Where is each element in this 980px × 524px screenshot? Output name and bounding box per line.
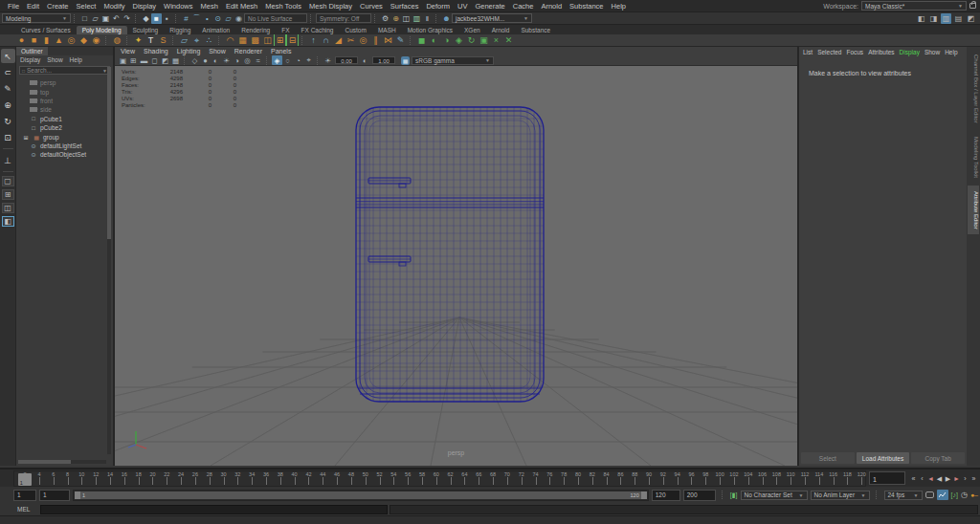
outliner-menu-help[interactable]: Help	[70, 56, 82, 63]
ae-menu-attributes[interactable]: Attributes	[868, 49, 894, 55]
layout-four-pane[interactable]: ⊞	[2, 189, 14, 200]
subdivide-icon[interactable]: ▦	[236, 34, 249, 46]
ae-menu-help[interactable]: Help	[945, 49, 957, 55]
expand-icon[interactable]: ⊞	[22, 134, 30, 141]
multi-cut-icon[interactable]: ✂	[345, 34, 357, 46]
shelf-tab-poly-modeling[interactable]: Poly Modeling	[77, 26, 127, 34]
select-hierarchy-icon[interactable]: ◆	[141, 13, 151, 24]
lattice-icon[interactable]: ◫	[261, 34, 274, 46]
color-management-icon[interactable]: ▦	[401, 56, 410, 65]
outliner-item-pCube1[interactable]: □pCube1	[16, 115, 113, 123]
shelf-tab-curves-surfaces[interactable]: Curves / Surfaces	[15, 26, 77, 34]
combine-icon[interactable]: ⊞	[274, 34, 286, 46]
extrude-icon[interactable]: ↑	[307, 34, 320, 46]
construction-history-icon[interactable]: ⚙	[380, 13, 390, 24]
play-forwards-button[interactable]: ▶	[944, 475, 952, 483]
toggle-channel-box-icon[interactable]: ▥	[941, 13, 951, 24]
time-ruler[interactable]: 2468101214161820222426283032343638404244…	[13, 470, 866, 487]
viewport-canvas[interactable]: Verts:214800Edges:429800Faces:214800Tris…	[115, 66, 797, 466]
viewport-menu-show[interactable]: Show	[209, 48, 226, 55]
step-back-key-button[interactable]: ◄	[926, 475, 935, 482]
poly-type-icon[interactable]: T	[145, 34, 157, 46]
shelf-tab-mash[interactable]: MASH	[372, 26, 402, 34]
shelf-tab-motion-graphics[interactable]: Motion Graphics	[402, 26, 458, 34]
render-settings-icon[interactable]: ▥	[412, 13, 422, 24]
select-object-icon[interactable]: ■	[151, 13, 162, 24]
ae-menu-focus[interactable]: Focus	[846, 49, 863, 55]
auto-keyframe-icon[interactable]: ●–	[970, 491, 978, 498]
animation-start-field[interactable]: 1	[13, 490, 36, 501]
lock-icon[interactable]	[969, 3, 976, 9]
poly-disc-icon[interactable]: ◉	[90, 34, 102, 46]
uv-grid-icon[interactable]: ▩	[249, 34, 261, 46]
particle-fill-icon[interactable]: ∴	[203, 34, 215, 46]
construction-plane-icon[interactable]: ▱	[178, 34, 190, 46]
range-slider-bar[interactable]: 1 120	[75, 491, 647, 499]
ae-menu-display[interactable]: Display	[900, 49, 920, 55]
poly-cylinder-icon[interactable]: ▮	[40, 34, 53, 46]
camera-locator-icon[interactable]: ⌖	[190, 34, 203, 46]
go-to-end-button[interactable]: »	[969, 475, 978, 482]
toggle-layer-editor-icon[interactable]: ▤	[953, 13, 964, 24]
shelf-tab-rendering[interactable]: Rendering	[235, 26, 276, 34]
isolate-select-icon[interactable]: ▣	[118, 55, 128, 65]
mirror-icon[interactable]: ⋈	[382, 34, 394, 46]
viewport-menu-panels[interactable]: Panels	[271, 48, 291, 55]
make-live-icon[interactable]: ◉	[234, 13, 244, 24]
play-backwards-button[interactable]: ◀	[935, 475, 944, 483]
command-language-toggle[interactable]: MEL	[17, 506, 38, 513]
step-forward-frame-button[interactable]: ›	[961, 475, 969, 482]
layout-outliner-persp[interactable]: ◧	[2, 216, 14, 227]
outliner-item-group[interactable]: ⊞▦group	[16, 132, 113, 141]
all-lights-icon[interactable]: ☀	[221, 55, 232, 65]
xray-icon[interactable]: ◔	[293, 55, 303, 65]
playback-end-field[interactable]: 120	[652, 490, 680, 501]
boolean-union-icon[interactable]: ◼	[415, 34, 428, 46]
shelf-tab-substance[interactable]: Substance	[515, 26, 556, 34]
anim-layer-dropdown[interactable]: No Anim Layer ▼	[811, 491, 870, 500]
shelf-tab-custom[interactable]: Custom	[339, 26, 371, 34]
snap-view-plane-icon[interactable]: ▱	[223, 13, 234, 24]
redo-icon[interactable]: ↷	[122, 13, 132, 24]
character-set-dropdown[interactable]: No Character Set ▼	[741, 491, 808, 500]
fps-dropdown[interactable]: 24 fps ▼	[884, 491, 923, 500]
render-icon[interactable]: ⊕	[390, 13, 401, 24]
menu-edit-mesh[interactable]: Edit Mesh	[222, 2, 261, 11]
undo-icon[interactable]: ↶	[111, 13, 122, 24]
snap-point-icon[interactable]: •	[202, 13, 212, 24]
account-icon[interactable]: ☻	[441, 13, 452, 24]
current-time-field[interactable]	[869, 471, 905, 485]
copy-tab-button[interactable]: Copy Tab	[911, 452, 965, 464]
camera-lock-icon[interactable]: ⌖	[303, 55, 314, 65]
view-transform-dropdown[interactable]: sRGB gamma▼	[412, 56, 494, 65]
viewport-menu-shading[interactable]: Shading	[144, 48, 168, 55]
rotate-tool[interactable]: ↻	[1, 114, 15, 128]
poly-cube-icon[interactable]: ■	[28, 34, 40, 46]
range-slider[interactable]: 1 120	[73, 490, 649, 501]
menu-cache[interactable]: Cache	[509, 2, 538, 11]
boolean-intersection-icon[interactable]: ◑	[440, 34, 453, 46]
layout-two-pane[interactable]: ◫	[2, 203, 14, 213]
shadows-icon[interactable]: ◑	[232, 55, 242, 65]
wireframe-on-shaded-icon[interactable]: ◈	[272, 55, 282, 65]
exposure-field[interactable]: 0.00	[335, 56, 358, 64]
menu-windows[interactable]: Windows	[160, 2, 196, 11]
outliner-search-input[interactable]: □ Search... ▼	[19, 66, 110, 75]
insert-edge-loop-icon[interactable]: ∥	[369, 34, 382, 46]
select-tool[interactable]: ↖	[1, 49, 15, 63]
poly-plane-icon[interactable]: ◆	[78, 34, 90, 46]
reduce-icon[interactable]: ▣	[478, 34, 490, 46]
shelf-tab-fx-caching[interactable]: FX Caching	[296, 26, 340, 34]
menu-deform[interactable]: Deform	[422, 2, 454, 11]
select-button[interactable]: Select	[801, 452, 855, 464]
outliner-item-pCube2[interactable]: □pCube2	[16, 123, 113, 132]
playback-options-icon[interactable]	[925, 491, 934, 498]
outliner-item-side[interactable]: side	[16, 105, 113, 114]
toggle-attribute-editor-icon[interactable]: ◨	[928, 13, 939, 24]
anti-alias-icon[interactable]: ≈	[253, 55, 263, 65]
step-back-frame-button[interactable]: ‹	[918, 475, 926, 482]
workspace-dropdown[interactable]: Maya Classic* ▼	[861, 1, 967, 11]
snap-grid-icon[interactable]: #	[181, 13, 191, 24]
menu-create[interactable]: Create	[43, 2, 73, 11]
remesh-icon[interactable]: ◈	[453, 34, 465, 46]
